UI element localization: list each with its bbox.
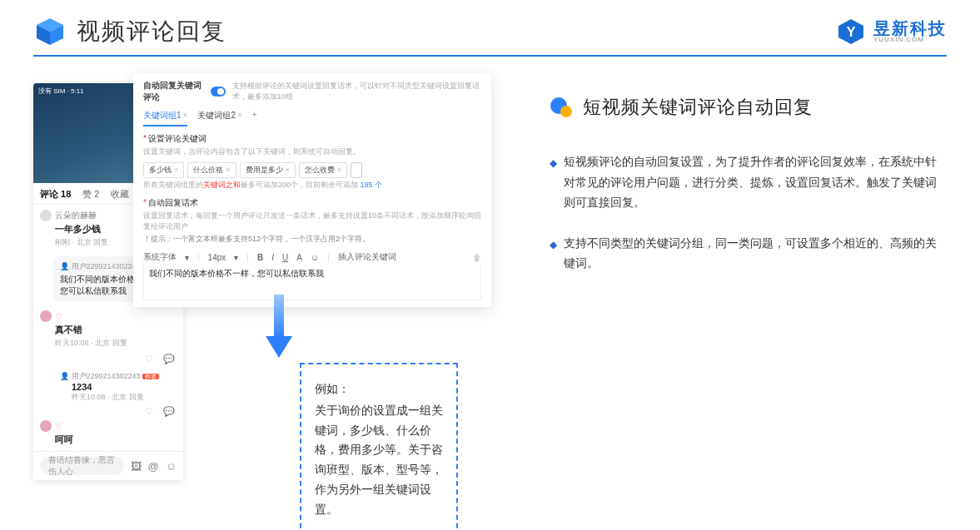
at-icon[interactable]: @ bbox=[148, 460, 159, 473]
font-select[interactable]: 系统字体 bbox=[143, 251, 177, 263]
size-select[interactable]: 14px bbox=[208, 253, 226, 262]
auto-reply-help: 支持根据评论的关键词设置回复话术，可以针对不同类型关键词设置回复话术，最多添加1… bbox=[232, 81, 481, 102]
svg-text:Y: Y bbox=[847, 25, 856, 39]
emoji-icon[interactable]: ☺ bbox=[166, 460, 177, 473]
comment-icon[interactable]: 💬 bbox=[163, 354, 175, 364]
example-body: 关于询价的设置成一组关键词，多少钱、什么价格，费用多少等。关于咨询班型、版本、型… bbox=[315, 401, 443, 520]
svg-rect-5 bbox=[274, 295, 284, 338]
comment-item: ♡ 呵呵 bbox=[33, 420, 183, 451]
header-left: 视频评论回复 bbox=[33, 15, 226, 48]
cube-icon bbox=[33, 15, 67, 48]
avatar-icon: 👤 bbox=[60, 262, 69, 270]
keyword-tag[interactable]: 怎么收费× bbox=[299, 162, 347, 178]
emoji-icon[interactable]: ☺ bbox=[311, 253, 319, 262]
bullet-list: ◆ 短视频评论的自动回复设置，为了提升作者的评论回复效率，在系统中针对常见的评论… bbox=[550, 151, 947, 274]
diamond-icon: ◆ bbox=[550, 236, 557, 274]
reply-text: 1234 bbox=[72, 382, 170, 392]
reply-item: 👤 用户2299214302243 作者 1234 昨天10:08 · 北京 回… bbox=[53, 371, 177, 403]
comment-meta: 昨天10:08 · 北京 回复 bbox=[72, 392, 170, 403]
avatar-icon bbox=[40, 420, 52, 432]
avatar-icon bbox=[40, 310, 52, 322]
reply-editor[interactable]: 我们不同的版本价格不一样，您可以私信联系我 bbox=[143, 263, 481, 300]
comment-input-bar: 善语结善缘，恶言伤人心 🖼 @ ☺ bbox=[33, 451, 183, 480]
heart-icon[interactable]: ♡ bbox=[145, 354, 153, 364]
keyword-tag[interactable]: 费用是多少× bbox=[240, 162, 296, 178]
avatar-icon bbox=[40, 210, 52, 221]
delete-icon[interactable]: 🗑 bbox=[473, 253, 481, 262]
bullet-item: ◆ 短视频评论的自动回复设置，为了提升作者的评论回复效率，在系统中针对常见的评论… bbox=[550, 151, 947, 213]
keyword-limit-help: 所有关键词组里的关键词之和最多可添加200个，目前剩余可添加 195 个 bbox=[143, 180, 481, 191]
bold-icon[interactable]: B bbox=[257, 253, 263, 262]
auto-reply-label: 自动回复关键词评论 bbox=[143, 80, 204, 103]
tab-likes[interactable]: 赞 2 bbox=[82, 188, 99, 201]
color-icon[interactable]: A bbox=[296, 253, 302, 262]
char-limit-hint: ！提示：一个富文本框最多支持512个字符，一个汉字占用2个字符。 bbox=[143, 234, 481, 245]
logo-icon: Y bbox=[837, 17, 865, 46]
comment-input[interactable]: 善语结善缘，恶言伤人心 bbox=[40, 457, 124, 475]
image-icon[interactable]: 🖼 bbox=[131, 460, 142, 473]
comment-meta: 昨天10:08 · 北京 回复 bbox=[55, 338, 177, 349]
underline-icon[interactable]: U bbox=[282, 253, 288, 262]
comment-icon[interactable]: 💬 bbox=[163, 406, 175, 417]
arrow-down-icon bbox=[262, 295, 296, 363]
settings-panel: 自动回复关键词评论 支持根据评论的关键词设置回复话术，可以针对不同类型关键词设置… bbox=[133, 73, 491, 307]
keyword-tags: 多少钱× 什么价格× 费用是多少× 怎么收费× bbox=[143, 162, 481, 178]
add-group-button[interactable]: + bbox=[252, 110, 257, 126]
italic-icon[interactable]: I bbox=[271, 253, 274, 262]
section-header: 短视频关键词评论自动回复 bbox=[550, 95, 947, 120]
heart-icon[interactable]: ♡ bbox=[145, 406, 153, 417]
field-reply-help: 设置回复话术，每回复一个用户评论只发送一条话术，最多支持设置10条不同话术，按添… bbox=[143, 211, 481, 232]
svg-marker-6 bbox=[266, 336, 292, 358]
diamond-icon: ◆ bbox=[550, 155, 557, 213]
keyword-input[interactable] bbox=[351, 162, 362, 178]
author-tag: 作者 bbox=[142, 374, 159, 379]
page-title: 视频评论回复 bbox=[77, 16, 226, 47]
tab-comments[interactable]: 评论 18 bbox=[40, 188, 71, 201]
tab-group1[interactable]: 关键词组1× bbox=[143, 110, 187, 126]
chat-bubble-icon bbox=[550, 96, 573, 119]
field-reply-label: 自动回复话术 bbox=[143, 197, 481, 209]
insert-keyword-button[interactable]: 插入评论关键词 bbox=[338, 251, 396, 263]
editor-toolbar: 系统字体▾ | 14px▾ | B I U A ☺ | 插入评论关键词 🗑 bbox=[143, 251, 481, 263]
example-title: 例如： bbox=[315, 379, 443, 399]
section-title: 短视频关键词评论自动回复 bbox=[583, 95, 813, 120]
bullet-text: 短视频评论的自动回复设置，为了提升作者的评论回复效率，在系统中针对常见的评论用户… bbox=[564, 151, 947, 213]
tab-favs[interactable]: 收藏 bbox=[111, 188, 129, 201]
avatar-icon: 👤 bbox=[60, 372, 69, 380]
comment-text: 呵呵 bbox=[55, 433, 177, 446]
logo: Y 昱新科技 YUUXIN.COM bbox=[837, 17, 947, 46]
status-bar: 没有 SIM · 5:11 bbox=[38, 87, 84, 96]
comment-text: 真不错 bbox=[55, 324, 177, 336]
bullet-item: ◆ 支持不同类型的关键词分组，同一类问题，可设置多个相近的、高频的关键词。 bbox=[550, 233, 947, 274]
keyword-tag[interactable]: 什么价格× bbox=[187, 162, 236, 178]
field-keywords-help: 设置关键词，当评论内容包含了以下关键词，则系统可自动回复。 bbox=[143, 146, 481, 157]
logo-subtitle: YUUXIN.COM bbox=[873, 37, 947, 43]
header: 视频评论回复 Y 昱新科技 YUUXIN.COM bbox=[0, 0, 980, 55]
keyword-tag[interactable]: 多少钱× bbox=[143, 162, 184, 178]
bullet-text: 支持不同类型的关键词分组，同一类问题，可设置多个相近的、高频的关键词。 bbox=[564, 233, 947, 274]
keyword-group-tabs: 关键词组1× 关键词组2× + bbox=[143, 110, 481, 126]
example-box: 例如： 关于询价的设置成一组关键词，多少钱、什么价格，费用多少等。关于咨询班型、… bbox=[300, 363, 458, 530]
comment-item: ♡ 真不错 昨天10:08 · 北京 回复 bbox=[33, 305, 183, 354]
field-keywords-label: 设置评论关键词 bbox=[143, 133, 481, 145]
logo-name: 昱新科技 bbox=[873, 20, 947, 37]
toggle-switch[interactable] bbox=[211, 87, 226, 97]
svg-point-8 bbox=[560, 106, 572, 117]
tab-group2[interactable]: 关键词组2× bbox=[197, 110, 241, 126]
